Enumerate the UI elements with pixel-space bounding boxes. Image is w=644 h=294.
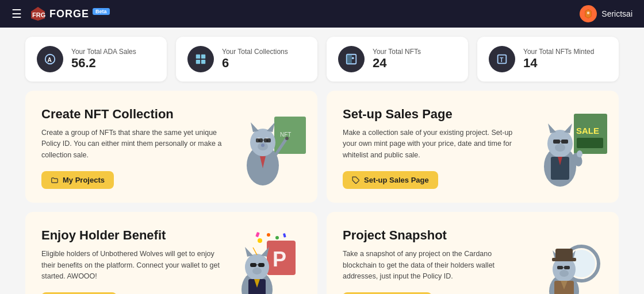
hamburger-menu-icon[interactable]: ☰ <box>12 7 22 21</box>
user-avatar <box>580 5 597 22</box>
holder-benefit-card: Enjoy Holder Benefit Eligible holders of… <box>25 212 317 294</box>
ada-sales-info: Your Total ADA Sales 56.2 <box>71 48 136 71</box>
svg-point-11 <box>352 57 354 59</box>
svg-point-56 <box>241 271 273 294</box>
svg-text:P: P <box>273 247 286 271</box>
svg-point-36 <box>544 146 576 187</box>
create-nft-desc: Create a group of NFTs that share the sa… <box>41 127 225 161</box>
svg-point-43 <box>555 144 565 152</box>
snapshot-desc: Take a snapshot of any project on the Ca… <box>343 249 527 282</box>
svg-marker-58 <box>245 247 253 257</box>
svg-point-16 <box>247 145 279 185</box>
svg-marker-18 <box>251 122 259 132</box>
svg-rect-64 <box>248 279 266 294</box>
svg-rect-49 <box>267 241 296 275</box>
minted-value: 14 <box>523 56 594 71</box>
svg-rect-5 <box>196 55 200 59</box>
svg-point-78 <box>559 270 569 277</box>
beta-badge: Beta <box>93 8 110 15</box>
svg-point-72 <box>553 257 576 282</box>
svg-text:A: A <box>47 57 52 63</box>
svg-point-21 <box>264 138 269 142</box>
svg-point-71 <box>549 274 579 294</box>
svg-point-63 <box>252 268 262 274</box>
svg-marker-19 <box>267 122 275 132</box>
svg-rect-82 <box>555 249 573 259</box>
ada-sales-icon: A <box>37 46 63 72</box>
header: ☰ FRG FORGE Beta Serictsai <box>0 0 644 28</box>
folder-icon <box>51 176 59 184</box>
svg-point-69 <box>568 250 595 277</box>
svg-point-68 <box>564 246 599 281</box>
svg-marker-73 <box>553 250 560 260</box>
svg-text:SALE: SALE <box>576 126 599 136</box>
holder-benefit-desc: Eligible holders of Unbothered Wolves wi… <box>41 249 225 282</box>
nfts-label: Your Total NFTs <box>373 48 421 56</box>
svg-rect-14 <box>274 117 306 154</box>
svg-point-20 <box>256 138 261 142</box>
svg-rect-8 <box>201 60 205 64</box>
svg-rect-81 <box>552 258 576 261</box>
svg-rect-75 <box>557 266 563 269</box>
svg-rect-6 <box>201 55 205 59</box>
svg-rect-76 <box>564 266 570 269</box>
create-nft-title: Create NFT Collection <box>41 107 301 122</box>
svg-text:NFT: NFT <box>280 131 291 138</box>
svg-marker-31 <box>260 156 266 168</box>
svg-point-23 <box>266 140 269 142</box>
setup-sales-title: Set-up Sales Page <box>343 107 603 122</box>
svg-marker-38 <box>548 123 556 133</box>
username: Serictsai <box>601 9 632 18</box>
setup-sales-desc: Make a collection sale of your existing … <box>343 127 527 161</box>
svg-point-37 <box>547 130 573 157</box>
svg-point-44 <box>570 152 584 168</box>
svg-rect-25 <box>264 138 271 142</box>
snapshot-illustration <box>521 212 619 294</box>
svg-marker-74 <box>568 250 576 260</box>
svg-point-57 <box>245 254 269 280</box>
svg-point-45 <box>577 150 582 157</box>
minted-info: Your Total NFTs Minted 14 <box>523 48 594 71</box>
svg-line-70 <box>558 276 568 288</box>
svg-text:FRG: FRG <box>32 11 45 18</box>
stat-card-ada-sales: A Your Total ADA Sales 56.2 <box>25 37 167 82</box>
stat-card-minted: T Your Total NFTs Minted 14 <box>477 37 619 82</box>
setup-sales-button[interactable]: Set-up Sales Page <box>343 171 438 189</box>
svg-rect-7 <box>196 60 200 64</box>
svg-rect-35 <box>577 138 603 148</box>
svg-point-22 <box>258 140 260 142</box>
svg-text:T: T <box>500 57 504 63</box>
collections-icon <box>187 46 214 72</box>
nfts-icon <box>338 46 365 72</box>
logo-text: FORGE <box>49 8 89 20</box>
snapshot-title: Project Snapshot <box>343 228 603 243</box>
logo: FRG FORGE Beta <box>30 6 110 22</box>
minted-icon: T <box>489 46 515 72</box>
stat-card-nfts: Your Total NFTs 24 <box>327 37 468 82</box>
ada-sales-label: Your Total ADA Sales <box>71 48 136 56</box>
collections-label: Your Total Collections <box>222 48 288 56</box>
tag-icon <box>352 176 360 184</box>
svg-point-28 <box>261 144 264 147</box>
svg-point-30 <box>285 137 289 140</box>
svg-line-66 <box>253 247 257 255</box>
create-nft-card: Create NFT Collection Create a group of … <box>25 91 317 203</box>
forge-logo-icon: FRG <box>30 6 46 22</box>
svg-rect-61 <box>258 263 264 267</box>
setup-sales-card: Set-up Sales Page Make a collection sale… <box>327 91 619 203</box>
nfts-value: 24 <box>373 56 421 71</box>
svg-point-27 <box>258 142 268 150</box>
svg-point-17 <box>250 129 275 156</box>
svg-rect-24 <box>256 138 263 142</box>
svg-point-2 <box>587 11 590 14</box>
svg-rect-10 <box>347 55 352 64</box>
nfts-info: Your Total NFTs 24 <box>373 48 421 71</box>
stats-row: A Your Total ADA Sales 56.2 Your Total C… <box>0 28 644 91</box>
cards-grid: Create NFT Collection Create a group of … <box>0 91 644 294</box>
collections-value: 6 <box>222 56 288 71</box>
my-projects-button[interactable]: My Projects <box>41 171 114 189</box>
svg-marker-59 <box>261 247 269 257</box>
svg-line-29 <box>274 140 286 157</box>
ada-sales-value: 56.2 <box>71 56 136 71</box>
header-right: Serictsai <box>580 5 632 22</box>
